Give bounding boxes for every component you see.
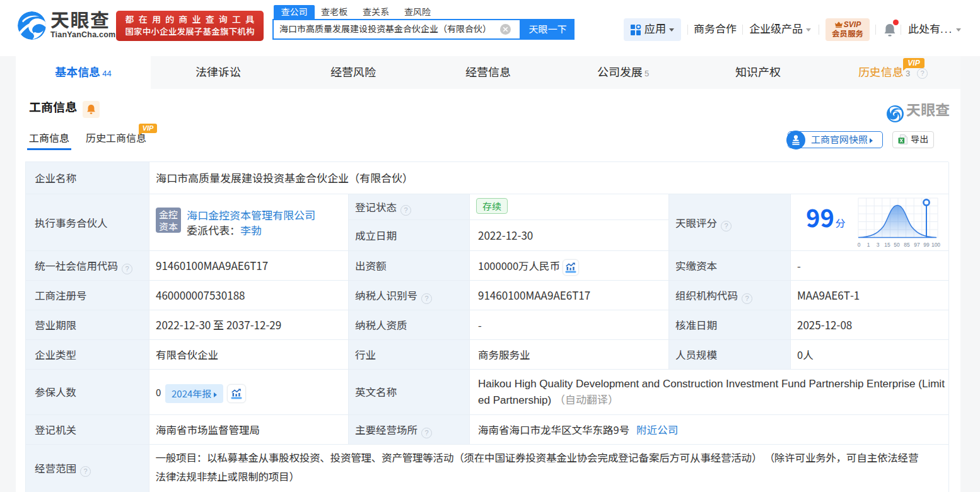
svg-text:99: 99 [923, 242, 930, 248]
svg-text:85: 85 [904, 242, 910, 248]
svg-text:0: 0 [858, 242, 861, 248]
svg-text:97: 97 [914, 242, 920, 248]
svg-text:1: 1 [867, 242, 870, 248]
svg-text:3: 3 [877, 242, 880, 248]
svg-text:100: 100 [931, 242, 940, 248]
svg-text:15: 15 [884, 242, 890, 248]
svg-text:50: 50 [894, 242, 900, 248]
